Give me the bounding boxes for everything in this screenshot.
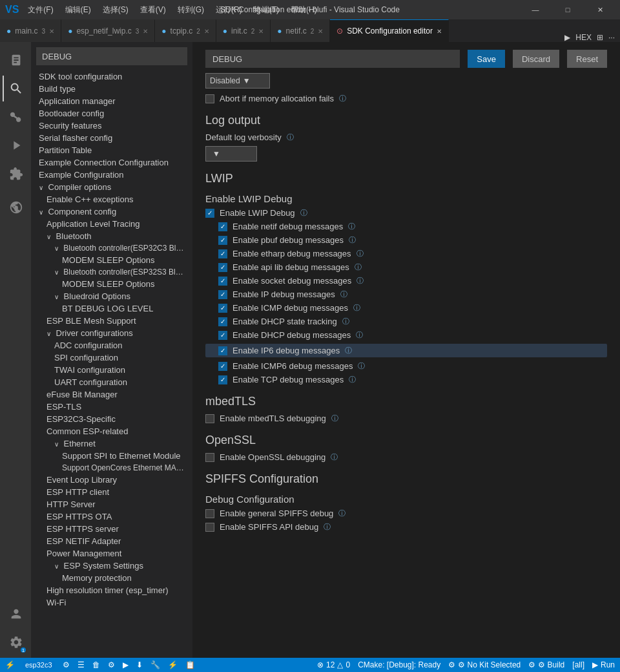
enable-icmp-debug-info-icon[interactable]: ⓘ <box>353 303 360 313</box>
status-gear1[interactable]: ⚙ <box>63 660 70 669</box>
sidebar-item-power-mgmt[interactable]: Power Management <box>31 547 192 560</box>
enable-dhcp-tracking-checkbox[interactable] <box>218 317 227 326</box>
run-action-icon[interactable]: ▶ <box>564 33 570 42</box>
status-wrench[interactable]: 🔧 <box>150 660 160 669</box>
status-build[interactable]: ⚙ ⚙ Build <box>528 660 564 669</box>
sidebar-item-wifi[interactable]: Wi-Fi <box>31 596 192 609</box>
enable-dhcp-debug-checkbox[interactable] <box>218 331 227 340</box>
disabled-dropdown[interactable]: Disabled ▼ <box>205 73 270 89</box>
extensions-icon[interactable] <box>3 161 28 187</box>
enable-dhcp-tracking-info-icon[interactable]: ⓘ <box>342 317 349 326</box>
status-list[interactable]: ☰ <box>78 660 85 669</box>
tab-main-c[interactable]: ● main.c 3 ✕ <box>0 19 61 42</box>
close-button[interactable]: ✕ <box>585 0 615 19</box>
sidebar-item-security[interactable]: Security features <box>31 120 192 132</box>
tab-init[interactable]: ● init.c 2 ✕ <box>216 19 271 42</box>
sidebar-item-driver-config[interactable]: ∨ Driver configurations <box>31 327 192 339</box>
status-flash[interactable]: ⚡ <box>168 660 178 669</box>
sidebar-item-esp32c3[interactable]: ESP32C3-Specific <box>31 413 192 425</box>
abort-info-icon[interactable]: ⓘ <box>339 94 346 103</box>
tab-sdk-config[interactable]: ⊙ SDK Configuration editor ✕ <box>330 19 449 42</box>
enable-ip6-debug-checkbox[interactable] <box>218 346 227 355</box>
search-icon[interactable] <box>3 76 28 101</box>
maximize-button[interactable]: □ <box>553 0 583 19</box>
mbedtls-debug-checkbox[interactable] <box>205 414 214 423</box>
more-actions-icon[interactable]: ··· <box>608 33 615 42</box>
sidebar-item-http-client[interactable]: ESP HTTP client <box>31 486 192 498</box>
sidebar-item-twai[interactable]: TWAI configuration <box>31 364 192 376</box>
sidebar-item-bt-esp32c3[interactable]: ∨ Bluetooth controller(ESP32C3 Bluetooth… <box>31 242 192 254</box>
openssl-debug-checkbox[interactable] <box>205 453 214 462</box>
sidebar-item-efuse[interactable]: eFuse Bit Manager <box>31 388 192 401</box>
run-debug-icon[interactable] <box>3 132 28 158</box>
sidebar-item-http-server[interactable]: HTTP Server <box>31 498 192 510</box>
search-input[interactable] <box>36 47 187 65</box>
sidebar-item-flasher[interactable]: Serial flasher config <box>31 132 192 144</box>
sdk-search-input[interactable] <box>205 50 460 68</box>
tab-close-icon[interactable]: ✕ <box>143 28 148 35</box>
enable-tcp-debug-checkbox[interactable] <box>218 375 227 384</box>
sidebar-item-opencores[interactable]: Support OpenCores Ethernet MAC (for use … <box>31 462 192 474</box>
enable-tcp-debug-info-icon[interactable]: ⓘ <box>349 375 356 384</box>
sidebar-item-app-tracing[interactable]: Application Level Tracing <box>31 218 192 230</box>
spiffs-general-debug-checkbox[interactable] <box>205 509 214 518</box>
enable-apilib-debug-checkbox[interactable] <box>218 263 227 272</box>
menu-goto[interactable]: 转到(G) <box>172 3 209 17</box>
spiffs-general-debug-info-icon[interactable]: ⓘ <box>338 509 346 518</box>
sidebar-item-sys-settings[interactable]: ∨ ESP System Settings <box>31 560 192 572</box>
abort-checkbox[interactable] <box>205 94 214 103</box>
enable-apilib-debug-info-icon[interactable]: ⓘ <box>355 262 362 272</box>
tab-tcpip[interactable]: ● tcpip.c 2 ✕ <box>155 19 216 42</box>
sidebar-item-sdk-tool[interactable]: SDK tool configuration <box>31 70 192 83</box>
tab-close-icon[interactable]: ✕ <box>437 28 442 35</box>
menu-view[interactable]: 查看(V) <box>135 3 171 17</box>
sidebar-item-common-esp[interactable]: Common ESP-related <box>31 425 192 437</box>
remote-icon[interactable] <box>3 194 28 220</box>
status-no-kit[interactable]: ⚙ ⚙ No Kit Selected <box>448 660 521 669</box>
status-trash[interactable]: 🗑 <box>92 660 100 669</box>
enable-icmp-debug-checkbox[interactable] <box>218 304 227 313</box>
openssl-debug-info-icon[interactable]: ⓘ <box>331 452 338 462</box>
save-button[interactable]: Save <box>468 50 505 68</box>
status-cmake[interactable]: CMake: [Debug]: Ready <box>358 660 440 669</box>
reset-button[interactable]: Reset <box>567 50 607 68</box>
enable-socket-debug-info-icon[interactable]: ⓘ <box>356 276 364 286</box>
tab-netif[interactable]: ● netif.c 2 ✕ <box>271 19 330 42</box>
sidebar-item-bt-debug-log[interactable]: BT DEBUG LOG LEVEL <box>31 302 192 315</box>
enable-netif-debug-checkbox[interactable] <box>218 222 227 231</box>
explorer-icon[interactable] <box>3 47 28 73</box>
tab-close-icon[interactable]: ✕ <box>204 28 209 35</box>
enable-ip-debug-checkbox[interactable] <box>218 290 227 299</box>
sidebar-item-conn-config[interactable]: Example Connection Configuration <box>31 156 192 169</box>
status-run-btn[interactable]: ▶ Run <box>592 660 615 669</box>
tab-close-icon[interactable]: ✕ <box>318 28 323 35</box>
mbedtls-debug-info-icon[interactable]: ⓘ <box>331 414 338 423</box>
enable-socket-debug-checkbox[interactable] <box>218 277 227 286</box>
sidebar-item-uart[interactable]: UART configuration <box>31 376 192 388</box>
enable-netif-debug-info-icon[interactable]: ⓘ <box>348 222 355 231</box>
discard-button[interactable]: Discard <box>513 50 559 68</box>
sidebar-item-mem-protect[interactable]: Memory protection <box>31 572 192 584</box>
settings-icon[interactable]: 1 <box>3 629 28 655</box>
sidebar-item-bluedroid[interactable]: ∨ Bluedroid Options <box>31 290 192 302</box>
sidebar-item-bt-esp32s3[interactable]: ∨ Bluetooth controller(ESP32S3 Bluetooth… <box>31 266 192 278</box>
source-control-icon[interactable] <box>3 104 28 130</box>
sidebar-item-app-manager[interactable]: Application manager <box>31 95 192 107</box>
sidebar-item-bootloader[interactable]: Bootloader config <box>31 107 192 120</box>
hex-label[interactable]: HEX <box>575 33 592 42</box>
layout-icon[interactable]: ⊞ <box>597 33 603 42</box>
sidebar-item-esp-tls[interactable]: ESP-TLS <box>31 401 192 413</box>
enable-lwip-debug-info-icon[interactable]: ⓘ <box>300 208 307 218</box>
status-download[interactable]: ⬇ <box>136 660 143 669</box>
status-branch[interactable]: ⚡ <box>5 660 15 669</box>
enable-pbuf-debug-checkbox[interactable] <box>218 236 227 245</box>
tab-close-icon[interactable]: ✕ <box>258 28 264 35</box>
sidebar-item-ble-mesh[interactable]: ESP BLE Mesh Support <box>31 315 192 327</box>
menu-file[interactable]: 文件(F) <box>23 3 58 17</box>
status-doc[interactable]: 📋 <box>185 660 195 669</box>
sidebar-item-modem-sleep1[interactable]: MODEM SLEEP Options <box>31 254 192 266</box>
sidebar-item-ethernet[interactable]: ∨ Ethernet <box>31 437 192 450</box>
sidebar-item-https-server[interactable]: ESP HTTPS server <box>31 523 192 535</box>
sidebar-item-bluetooth[interactable]: ∨ Bluetooth <box>31 230 192 242</box>
sidebar-item-example-config[interactable]: Example Configuration <box>31 169 192 181</box>
